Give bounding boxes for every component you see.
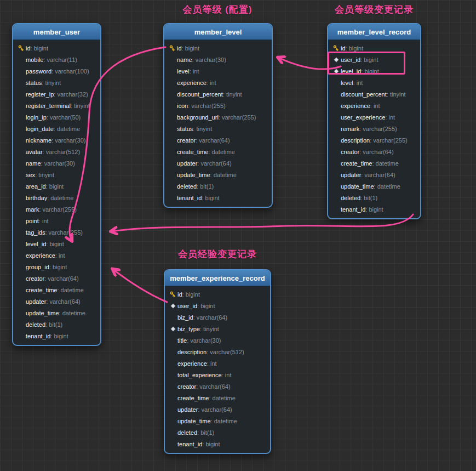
field-type: : varchar(64): [361, 172, 395, 178]
table-fields-member-user: id: bigintmobile: varchar(11)password: v…: [13, 40, 100, 343]
field-row-biz_id[interactable]: biz_id: varchar(64): [165, 311, 270, 323]
field-row-update_time[interactable]: update_time: datetime: [164, 169, 272, 180]
field-row-background_url[interactable]: background_url: varchar(255): [164, 111, 272, 123]
field-row-creator[interactable]: creator: varchar(64): [164, 134, 272, 146]
field-row-mark[interactable]: mark: varchar(255): [13, 203, 100, 215]
field-row-avatar[interactable]: avatar: varchar(512): [13, 146, 100, 157]
table-header-member-level-record[interactable]: member_level_record: [328, 24, 420, 40]
annotation-member-level-label[interactable]: 会员等级 (配置): [182, 3, 252, 16]
field-row-create_time[interactable]: create_time: datetime: [164, 146, 272, 157]
field-row-update_time[interactable]: update_time: datetime: [13, 307, 100, 319]
field-row-discount_percent[interactable]: discount_percent: tinyint: [328, 88, 420, 100]
field-row-creator[interactable]: creator: varchar(64): [13, 273, 100, 284]
field-row-user_id[interactable]: user_id: bigint: [165, 300, 270, 311]
field-row-tag_ids[interactable]: tag_ids: varchar(255): [13, 226, 100, 238]
field-type: : datetime: [54, 126, 80, 132]
field-type: : varchar(64): [196, 383, 230, 390]
field-row-register_ip[interactable]: register_ip: varchar(32): [13, 88, 100, 100]
field-row-level[interactable]: level: int: [328, 77, 420, 88]
field-row-title[interactable]: title: varchar(30): [165, 334, 270, 346]
field-row-tenant_id[interactable]: tenant_id: bigint: [164, 192, 272, 203]
field-row-user_experience[interactable]: user_experience: int: [328, 111, 420, 123]
field-name: update_time: [177, 418, 211, 424]
field-row-sex[interactable]: sex: tinyint: [13, 169, 100, 180]
annotation-level-record-label[interactable]: 会员等级变更记录: [335, 3, 414, 16]
field-row-group_id[interactable]: group_id: bigint: [13, 261, 100, 273]
field-row-area_id[interactable]: area_id: bigint: [13, 180, 100, 192]
field-row-deleted[interactable]: deleted: bit(1): [164, 180, 272, 192]
field-row-updater[interactable]: updater: varchar(64): [328, 169, 420, 180]
field-type: : bigint: [202, 195, 219, 201]
field-row-login_date[interactable]: login_date: datetime: [13, 123, 100, 134]
annotation-experience-record-label[interactable]: 会员经验变更记录: [178, 248, 257, 260]
diagram-canvas[interactable]: 会员等级 (配置) 会员等级变更记录 会员经验变更记录 member_user …: [0, 0, 476, 471]
field-type: : int: [207, 80, 216, 86]
field-row-status[interactable]: status: tinyint: [13, 77, 100, 88]
field-name: tenant_id: [26, 333, 50, 339]
field-row-id[interactable]: id: bigint: [13, 42, 100, 54]
field-name: description: [177, 349, 207, 355]
field-row-name[interactable]: name: varchar(30): [13, 157, 100, 169]
field-row-tenant_id[interactable]: tenant_id: bigint: [165, 438, 270, 450]
field-row-total_experience[interactable]: total_experience: int: [165, 369, 270, 381]
field-name: description: [341, 137, 370, 144]
field-row-experience[interactable]: experience: int: [165, 357, 270, 369]
field-name: name: [177, 56, 192, 63]
table-header-member-user[interactable]: member_user: [13, 24, 100, 40]
field-row-point[interactable]: point: int: [13, 215, 100, 226]
field-type: : tinyint: [71, 103, 90, 109]
field-row-register_terminal[interactable]: register_terminal: tinyint: [13, 100, 100, 111]
field-row-creator[interactable]: creator: varchar(64): [328, 146, 420, 157]
field-row-create_time[interactable]: create_time: datetime: [13, 284, 100, 296]
field-row-creator[interactable]: creator: varchar(64): [165, 381, 270, 392]
table-member-experience-record[interactable]: member_experience_record id: bigintuser_…: [164, 269, 271, 454]
field-row-icon[interactable]: icon: varchar(255): [164, 100, 272, 111]
field-row-description[interactable]: description: varchar(255): [328, 134, 420, 146]
field-row-nickname[interactable]: nickname: varchar(30): [13, 134, 100, 146]
field-type: : datetime: [211, 418, 237, 424]
field-row-experience[interactable]: experience: int: [164, 77, 272, 88]
field-row-discount_percent[interactable]: discount_percent: tinyint: [164, 88, 272, 100]
field-type: : varchar(30): [192, 56, 226, 63]
field-row-updater[interactable]: updater: varchar(64): [13, 296, 100, 307]
field-row-updater[interactable]: updater: varchar(64): [165, 404, 270, 415]
field-row-update_time[interactable]: update_time: datetime: [328, 180, 420, 192]
field-type: : varchar(30): [187, 337, 221, 344]
table-member-level[interactable]: member_level id: bigintname: varchar(30)…: [163, 23, 273, 208]
field-row-level[interactable]: level: int: [164, 65, 272, 77]
table-member-user[interactable]: member_user id: bigintmobile: varchar(11…: [12, 23, 101, 346]
table-header-member-level[interactable]: member_level: [164, 24, 272, 40]
field-row-tenant_id[interactable]: tenant_id: bigint: [13, 330, 100, 342]
field-row-tenant_id[interactable]: tenant_id: bigint: [328, 203, 420, 215]
field-name: remark: [341, 126, 359, 132]
field-row-biz_type[interactable]: biz_type: tinyint: [165, 323, 270, 334]
field-row-create_time[interactable]: create_time: datetime: [328, 157, 420, 169]
table-header-member-experience-record[interactable]: member_experience_record: [165, 270, 270, 286]
field-row-id[interactable]: id: bigint: [165, 288, 270, 300]
field-row-updater[interactable]: updater: varchar(64): [164, 157, 272, 169]
field-name: biz_type: [177, 326, 200, 332]
field-type: : int: [207, 360, 217, 367]
field-row-login_ip[interactable]: login_ip: varchar(50): [13, 111, 100, 123]
field-type: : int: [222, 372, 232, 378]
field-row-description[interactable]: description: varchar(512): [165, 346, 270, 357]
field-row-update_time[interactable]: update_time: datetime: [165, 415, 270, 427]
field-row-id[interactable]: id: bigint: [164, 42, 272, 54]
field-type: : tinyint: [35, 172, 54, 178]
field-row-name[interactable]: name: varchar(30): [164, 54, 272, 65]
field-row-deleted[interactable]: deleted: bit(1): [328, 192, 420, 203]
highlight-rect-user-id-level-id[interactable]: [328, 52, 405, 75]
field-row-mobile[interactable]: mobile: varchar(11): [13, 54, 100, 65]
field-row-remark[interactable]: remark: varchar(255): [328, 123, 420, 134]
field-row-birthday[interactable]: birthday: datetime: [13, 192, 100, 203]
field-row-level_id[interactable]: level_id: bigint: [13, 238, 100, 249]
field-row-password[interactable]: password: varchar(100): [13, 65, 100, 77]
field-row-experience[interactable]: experience: int: [13, 249, 100, 261]
field-name: deleted: [341, 195, 360, 201]
field-row-status[interactable]: status: tinyint: [164, 123, 272, 134]
field-row-deleted[interactable]: deleted: bit(1): [13, 319, 100, 330]
field-row-create_time[interactable]: create_time: datetime: [165, 392, 270, 404]
field-row-experience[interactable]: experience: int: [328, 100, 420, 111]
field-row-deleted[interactable]: deleted: bit(1): [165, 427, 270, 438]
field-type: : varchar(255): [219, 114, 256, 121]
